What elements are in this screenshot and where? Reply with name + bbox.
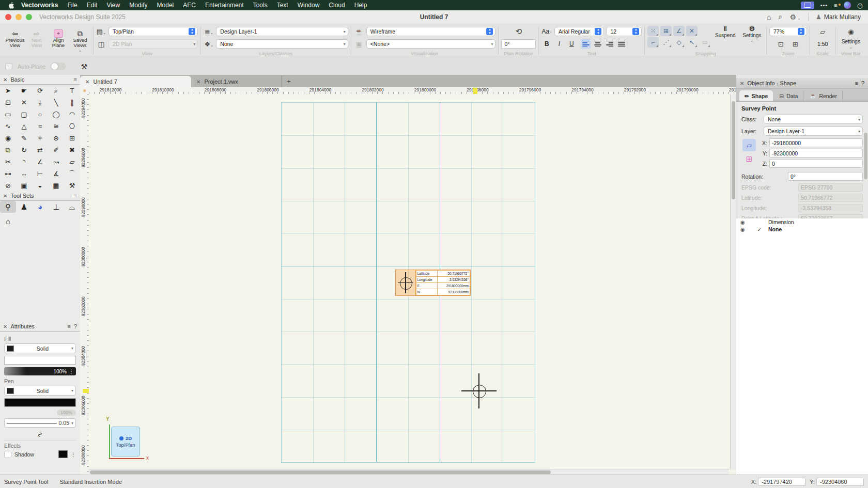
user-account-button[interactable]: ♟ Mark Mullany (816, 13, 861, 21)
line-weight-dropdown[interactable]: 0.05 ▾ (4, 418, 76, 428)
menu-item-help[interactable]: Help (350, 0, 372, 10)
spiral-tool[interactable]: ◉ (0, 132, 16, 144)
offset-tool[interactable]: ▱ (64, 156, 80, 168)
document-tab-1[interactable]: ✕Untitled 7 (80, 76, 191, 87)
rounded-rectangle-tool[interactable]: ▢ (16, 108, 32, 120)
object-info-tab-data[interactable]: ⊟Data (774, 90, 803, 101)
scale-value[interactable]: 1:50 (817, 41, 828, 47)
tab-close-icon[interactable]: ✕ (196, 79, 200, 85)
polyline-tool[interactable]: ≈ (32, 120, 48, 132)
object-info-scrollbar-thumb[interactable] (864, 133, 867, 179)
site-planning-toolset[interactable]: ⚲ (0, 201, 16, 213)
active-layer-dropdown[interactable]: Design Layer-1▾ (216, 27, 348, 36)
scale-icon[interactable]: ▱ (817, 28, 828, 36)
horizontal-scrollbar-thumb[interactable] (90, 470, 551, 474)
camera-dropdown[interactable]: <None>▾ (366, 39, 496, 49)
new-tab-button[interactable]: + (282, 76, 296, 87)
connect-combine-tool[interactable]: ⊶ (0, 168, 16, 180)
plan-rotation-icon[interactable]: ⟲ (514, 27, 524, 36)
pen-color-bar[interactable] (4, 398, 76, 407)
tape-measure-tool[interactable]: ▣ (16, 180, 32, 192)
menu-item-modify[interactable]: Modify (125, 0, 152, 10)
snap-to-angle-toggle[interactable]: ∠ (673, 26, 685, 36)
home-icon[interactable]: ⌂ (767, 13, 771, 21)
visualization-toolset[interactable]: ◕ (32, 201, 48, 213)
attributes-close-icon[interactable]: ✕ (3, 324, 7, 329)
layers-icon[interactable]: ≣⌄ (204, 28, 214, 36)
apple-menu-icon[interactable] (5, 2, 17, 9)
object-info-tab-shape[interactable]: ✏Shape (739, 90, 773, 101)
drawing-canvas[interactable]: Latitude50.71966772°Longitude-3.53294358… (89, 94, 736, 475)
view-mode-dropdown[interactable]: Top/Plan▲▼ (109, 27, 198, 36)
menu-item-text[interactable]: Text (272, 0, 293, 10)
underline-button[interactable]: U (566, 39, 577, 49)
selection-tool[interactable]: ➤ (0, 85, 16, 97)
attribute-brush-tool[interactable]: ✐ (48, 144, 64, 156)
gear-icon[interactable]: ⚙ ⌄ (789, 13, 801, 21)
insert-point-tool[interactable]: ⤓ (32, 97, 48, 108)
clip-tool[interactable]: ✖ (64, 144, 80, 156)
tool-preferences-icon[interactable]: ⚒ (81, 62, 87, 71)
flyover-tool[interactable]: ⟳ (32, 85, 48, 97)
arc-dimension-tool[interactable]: ⌒ (64, 168, 80, 180)
callout-tool[interactable]: ⊡ (0, 97, 16, 108)
oval-tool[interactable]: ◯ (48, 108, 64, 120)
polygon-tool[interactable]: △ (16, 120, 32, 132)
stamp-tool[interactable]: ⚒ (64, 180, 80, 192)
eyedropper-tool[interactable]: ✎ (16, 132, 32, 144)
snap-to-intersection-toggle[interactable]: ⋰ (660, 37, 672, 48)
survey-point-object[interactable]: Latitude50.71966772°Longitude-3.53294358… (396, 270, 470, 295)
snapping-settings-button[interactable]: ⚙ Settings ⌄ (740, 25, 764, 48)
diameter-dimension-tool[interactable]: ⊘ (0, 180, 16, 192)
constrained-dimension-tool[interactable]: ↔ (16, 168, 32, 180)
menu-item-entertainment[interactable]: Entertainment (200, 0, 249, 10)
font-dropdown[interactable]: Arial Regular▲▼ (554, 27, 605, 36)
minimize-window-button[interactable] (16, 14, 22, 20)
menu-item-tools[interactable]: Tools (249, 0, 272, 10)
more-status-icon[interactable]: ••• (820, 2, 828, 8)
landmark-toolset[interactable]: ♟ (16, 201, 32, 213)
coord-field-y[interactable] (769, 149, 863, 158)
text-tool[interactable]: T (64, 85, 80, 97)
attributes-menu-icon[interactable]: ≡ (67, 323, 70, 329)
snap-to-tangent-toggle[interactable]: ↖ (686, 37, 698, 48)
saved-views-button[interactable]: ⧉Saved Views⌄ (70, 29, 90, 53)
font-size-dropdown[interactable]: 12▲▼ (606, 27, 642, 36)
menu-item-vectorworks[interactable]: Vectorworks (17, 0, 63, 10)
suspend-snapping-button[interactable]: ‖ Suspend (714, 25, 737, 48)
building-shell-toolset[interactable]: ⌂ (0, 215, 16, 227)
object-info-help-icon[interactable]: ? (861, 80, 864, 86)
smart-points-toggle[interactable]: ✕ (686, 26, 698, 36)
text-style-menu[interactable]: Aa⌄ (541, 26, 552, 37)
regular-polygon-tool[interactable]: ⎔ (64, 120, 80, 132)
event-design-toolset[interactable]: ⌓ (64, 201, 80, 213)
previous-view-button[interactable]: ⇦Previous View (5, 29, 25, 53)
spline-tool[interactable]: ≋ (48, 120, 64, 132)
view-bar-settings-icon[interactable]: ◉ (846, 28, 856, 36)
rotation-field[interactable] (788, 172, 863, 181)
rotate-tool[interactable]: ↻ (16, 144, 32, 156)
shadow-options-icon[interactable]: ⋮ (71, 451, 76, 458)
tab-close-icon[interactable]: ✕ (85, 79, 89, 85)
tool-sets-menu-icon[interactable]: ≡ (74, 193, 77, 199)
stake-toolset[interactable]: ⊥ (48, 201, 64, 213)
line-tool[interactable]: ╲ (48, 97, 64, 108)
menu-item-edit[interactable]: Edit (82, 0, 102, 10)
align-justify-button[interactable] (616, 39, 627, 49)
coord-field-z[interactable] (769, 159, 863, 168)
unconstrained-dimension-tool[interactable]: ⊢ (32, 168, 48, 180)
circle-tool[interactable]: ○ (32, 108, 48, 120)
object-info-close-icon[interactable]: ✕ (740, 81, 744, 86)
close-window-button[interactable] (5, 14, 11, 20)
coord-field-x[interactable] (769, 138, 863, 147)
object-info-tab-render[interactable]: ☕Render (804, 90, 843, 101)
fillet-tool[interactable]: ◝ (16, 156, 32, 168)
reshape-tool[interactable]: ⧉ (0, 144, 16, 156)
shadow-color-swatch[interactable] (58, 450, 68, 458)
mirror-tool[interactable]: ⇄ (32, 144, 48, 156)
move-by-points-tool[interactable]: ⊞ (64, 132, 80, 144)
vertical-scrollbar-thumb[interactable] (732, 101, 735, 199)
select-similar-tool[interactable]: ⊛ (48, 132, 64, 144)
attributes-help-icon[interactable]: ? (74, 323, 77, 329)
pan-tool[interactable]: ☛ (16, 85, 32, 97)
